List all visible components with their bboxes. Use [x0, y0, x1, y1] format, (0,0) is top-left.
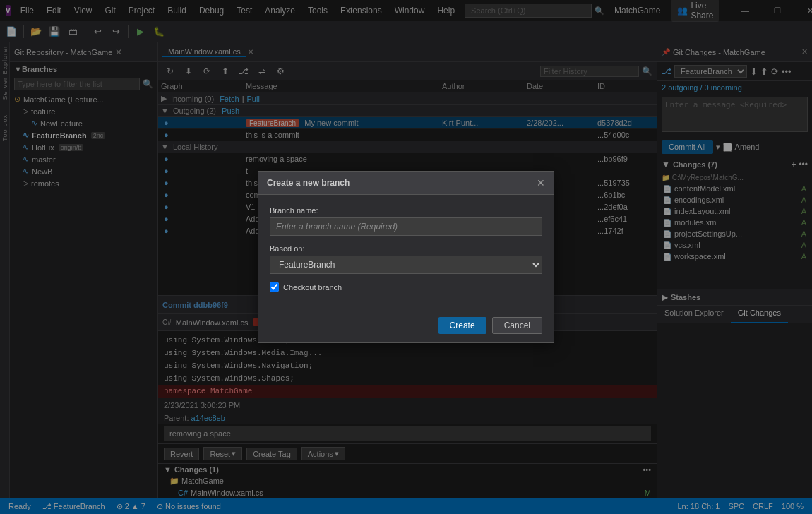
dialog-title: Create a new branch [267, 178, 350, 188]
dialog-title-bar: Create a new branch ✕ [258, 172, 554, 195]
dialog-close-button[interactable]: ✕ [537, 177, 545, 189]
checkout-checkbox[interactable] [270, 282, 279, 292]
dialog-overlay: Create a new branch ✕ Branch name: Based… [0, 0, 812, 514]
branch-name-field: Branch name: [270, 206, 542, 236]
branch-name-input[interactable] [270, 217, 542, 236]
branch-name-label: Branch name: [270, 206, 542, 215]
create-branch-dialog: Create a new branch ✕ Branch name: Based… [258, 171, 554, 343]
checkout-row: Checkout branch [270, 282, 542, 292]
dialog-footer: Create Cancel [258, 311, 554, 342]
based-on-field: Based on: FeatureBranch [270, 244, 542, 274]
dialog-body: Branch name: Based on: FeatureBranch Che… [258, 195, 554, 311]
checkout-label: Checkout branch [283, 283, 342, 292]
create-button[interactable]: Create [438, 317, 486, 334]
based-on-label: Based on: [270, 244, 542, 253]
based-on-select[interactable]: FeatureBranch [270, 256, 542, 274]
cancel-button[interactable]: Cancel [492, 317, 542, 334]
